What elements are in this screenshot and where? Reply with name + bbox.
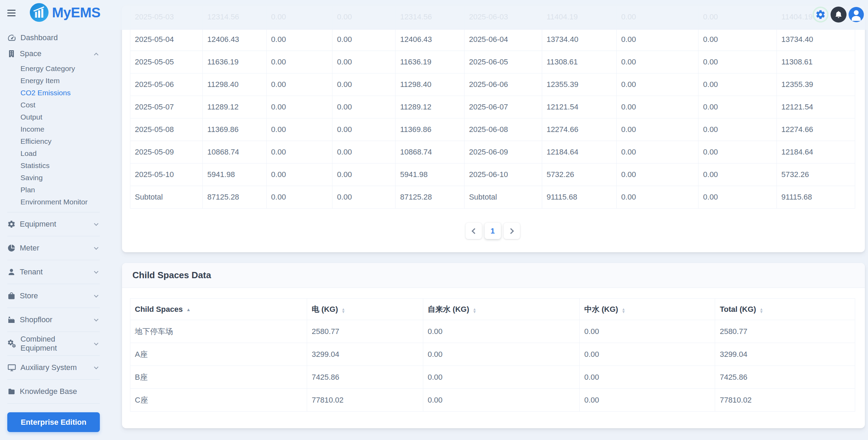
chevron-down-icon (94, 293, 98, 298)
sidebar-item-label: Combined Equipment (20, 335, 90, 353)
pagination-prev-button[interactable] (466, 223, 482, 239)
notifications-button[interactable] (831, 7, 847, 23)
column-header[interactable]: 中水 (KG)▲▼ (580, 299, 715, 320)
table-cell: 0.00 (698, 141, 777, 164)
sidebar-subitem-income[interactable]: Income (7, 123, 100, 135)
sidebar-subitem-output[interactable]: Output (7, 111, 100, 123)
child-spaces-card: Child Spaces Data Child Spaces▲电 (KG)▲▼自… (122, 263, 865, 428)
table-cell: 0.00 (332, 118, 396, 141)
topbar: MyEMS (0, 0, 868, 30)
space-submenu: Energy CategoryEnergy ItemCO2 EmissionsC… (7, 62, 107, 208)
sidebar-subitem-plan[interactable]: Plan (7, 184, 100, 196)
sidebar-item-knowledge-base[interactable]: Knowledge Base (7, 384, 100, 399)
table-cell: 2025-05-05 (130, 51, 203, 73)
table-cell: 0.00 (267, 51, 332, 73)
myems-logo-icon (30, 3, 49, 22)
child-table-head: Child Spaces▲电 (KG)▲▼自来水 (KG)▲▼中水 (KG)▲▼… (130, 299, 855, 320)
sidebar-subitem-cost[interactable]: Cost (7, 99, 100, 111)
sidebar-item-auxiliary-system[interactable]: Auxiliary System (7, 360, 100, 376)
table-cell: 0.00 (332, 141, 396, 164)
table-cell: 0.00 (423, 343, 580, 366)
table-cell: 3299.04 (715, 343, 855, 366)
sidebar-subitem-energy-category[interactable]: Energy Category (7, 62, 100, 74)
sort-ascending-icon: ▲ (186, 307, 191, 312)
table-cell: 12355.39 (542, 73, 616, 96)
sidebar-item-label: Equipment (20, 220, 56, 229)
table-cell: 0.00 (267, 164, 332, 186)
sidebar-item-combined-equipment[interactable]: Combined Equipment (7, 336, 100, 352)
column-header[interactable]: Total (KG)▲▼ (715, 299, 855, 320)
settings-button[interactable] (813, 7, 828, 23)
column-header[interactable]: 电 (KG)▲▼ (307, 299, 423, 320)
brand-logo[interactable]: MyEMS (30, 3, 101, 22)
child-spaces-card-body: Child Spaces▲电 (KG)▲▼自来水 (KG)▲▼中水 (KG)▲▼… (122, 288, 865, 428)
sidebar-item-space[interactable]: Space (7, 46, 100, 62)
table-cell: 0.00 (267, 141, 332, 164)
table-cell: 0.00 (617, 118, 698, 141)
column-header-label: 中水 (KG) (584, 305, 618, 314)
table-cell: 10868.74 (396, 141, 465, 164)
table-cell: 13734.40 (777, 28, 855, 51)
sidebar-item-equipment[interactable]: Equipment (7, 216, 100, 232)
table-cell: 0.00 (698, 186, 777, 209)
sidebar-item-dashboard[interactable]: Dashboard (7, 30, 100, 46)
table-cell: 2025-05-10 (130, 164, 203, 186)
table-cell: 11308.61 (542, 51, 616, 73)
table-cell: 77810.02 (715, 389, 855, 412)
sidebar-item-label: Meter (20, 244, 39, 253)
table-row: 2025-05-0910868.740.000.0010868.742025-0… (130, 141, 855, 164)
column-header-label: 自来水 (KG) (428, 305, 469, 314)
table-cell: 12406.43 (203, 28, 267, 51)
table-cell: 12274.66 (542, 118, 616, 141)
sidebar-subitem-environment-monitor[interactable]: Environment Monitor (7, 196, 100, 208)
factory-icon (7, 316, 16, 324)
column-header[interactable]: Child Spaces▲ (130, 299, 307, 320)
child-spaces-table: Child Spaces▲电 (KG)▲▼自来水 (KG)▲▼中水 (KG)▲▼… (130, 298, 855, 412)
sidebar-item-meter[interactable]: Meter (7, 240, 100, 256)
sidebar-divider (7, 212, 100, 212)
sidebar-divider (7, 236, 100, 236)
sidebar-divider (7, 403, 100, 404)
table-cell: 2025-06-07 (464, 96, 542, 118)
sidebar-divider (7, 379, 100, 380)
chevron-up-icon (94, 53, 98, 57)
sidebar-subitem-saving[interactable]: Saving (7, 171, 100, 184)
column-header-label: 电 (KG) (312, 305, 338, 314)
sidebar-subitem-statistics[interactable]: Statistics (7, 159, 100, 171)
sidebar-item-tenant[interactable]: Tenant (7, 264, 100, 280)
child-spaces-title: Child Spaces Data (132, 270, 211, 281)
person-icon (7, 268, 16, 276)
table-cell: 0.00 (617, 186, 698, 209)
table-cell: 0.00 (580, 389, 715, 412)
column-header[interactable]: 自来水 (KG)▲▼ (423, 299, 580, 320)
table-cell: 0.00 (580, 343, 715, 366)
table-cell: 11289.12 (396, 96, 465, 118)
table-cell: 2025-05-08 (130, 118, 203, 141)
detailed-table-body: 2025-05-0412406.430.000.0012406.432025-0… (130, 28, 855, 209)
user-avatar[interactable] (849, 7, 864, 22)
sidebar-item-shopfloor[interactable]: Shopfloor (7, 312, 100, 328)
enterprise-edition-button[interactable]: Enterprise Edition (7, 412, 100, 432)
sidebar-subitem-energy-item[interactable]: Energy Item (7, 74, 100, 87)
table-cell: 2580.77 (307, 320, 423, 343)
table-row: 地下停车场2580.770.000.002580.77 (130, 320, 855, 343)
table-cell: B座 (130, 366, 307, 389)
child-table-body: 地下停车场2580.770.000.002580.77A座3299.040.00… (130, 320, 855, 412)
person-avatar-icon (849, 7, 864, 22)
hamburger-menu-icon[interactable] (7, 10, 16, 18)
pagination-page-1-button[interactable]: 1 (485, 223, 501, 239)
sidebar-subitem-efficiency[interactable]: Efficiency (7, 135, 100, 147)
sidebar-subitem-co2-emissions[interactable]: CO2 Emissions (7, 87, 100, 99)
table-cell: 91115.68 (542, 186, 616, 209)
table-cell: 11636.19 (203, 51, 267, 73)
table-cell: 0.00 (617, 28, 698, 51)
detailed-data-table: 2025-05-0312314.560.000.0012314.562025-0… (130, 6, 855, 209)
table-cell: 0.00 (698, 73, 777, 96)
sidebar-subitem-load[interactable]: Load (7, 147, 100, 159)
table-cell: 2025-05-07 (130, 96, 203, 118)
table-cell: 12406.43 (396, 28, 465, 51)
sidebar-item-store[interactable]: Store (7, 288, 100, 304)
table-cell: 0.00 (698, 96, 777, 118)
pagination-next-button[interactable] (504, 223, 520, 239)
table-row: 2025-05-0412406.430.000.0012406.432025-0… (130, 28, 855, 51)
